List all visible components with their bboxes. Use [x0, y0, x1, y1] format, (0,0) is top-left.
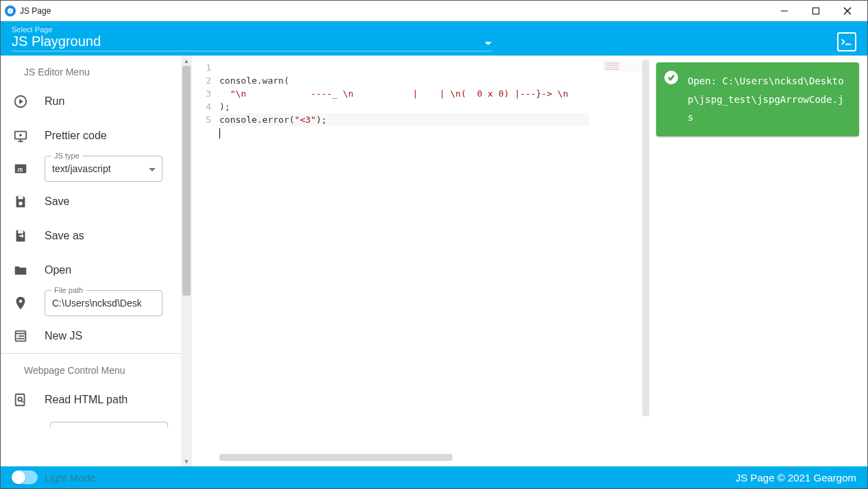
- check-icon: [664, 71, 678, 84]
- sidebar-item-label: Run: [45, 95, 64, 108]
- window-title: JS Page: [20, 6, 51, 16]
- js-icon: JS: [13, 161, 28, 176]
- statusbar: Light Mode JS Page © 2021 Geargom: [1, 466, 867, 488]
- pin-icon: [13, 296, 28, 311]
- sidebar: JS Editor Menu Run Prettier code JS JS t…: [1, 56, 181, 466]
- newfile-icon: [13, 329, 28, 344]
- text-cursor: [219, 128, 220, 139]
- svg-rect-17: [18, 230, 23, 234]
- theme-toggle[interactable]: [12, 470, 38, 484]
- line-number: 1: [192, 61, 211, 74]
- sidebar-item-label: Open: [45, 264, 71, 276]
- svg-point-12: [20, 134, 21, 136]
- line-number: 4: [192, 100, 211, 113]
- appbar: Select Page JS Playground: [1, 21, 867, 56]
- sidebar-section-webpage: Webpage Control Menu: [1, 354, 181, 383]
- line-gutter: 1 2 3 4 5: [192, 61, 219, 453]
- scroll-down-icon: ▼: [181, 456, 192, 466]
- svg-point-18: [19, 300, 23, 303]
- line-number: 2: [192, 74, 211, 87]
- line-number: 3: [192, 87, 211, 100]
- sidebar-item-prettier[interactable]: Prettier code: [1, 119, 181, 153]
- notifications-panel: Open: C:\Users\ncksd\Desktop\jspg_test\j…: [651, 56, 867, 466]
- svg-text:JS: JS: [17, 167, 23, 173]
- code-editor[interactable]: 1 2 3 4 5 console.warn( "\n ----_ \n | |…: [192, 56, 651, 466]
- jstype-label: JS type: [51, 152, 82, 160]
- app-icon: J: [5, 5, 16, 16]
- sidebar-item-save[interactable]: Save: [1, 184, 181, 219]
- svg-rect-23: [16, 394, 25, 406]
- maximize-button[interactable]: [800, 1, 832, 21]
- sidebar-item-readhtml[interactable]: Read HTML path: [1, 383, 181, 417]
- sidebar-item-label: Prettier code: [45, 130, 107, 142]
- scrollbar-thumb[interactable]: [219, 454, 453, 461]
- minimap[interactable]: [603, 61, 644, 71]
- save-icon: [13, 194, 28, 209]
- screen-icon: [13, 128, 28, 143]
- filepath-label: File path: [51, 286, 86, 294]
- select-page-label: Select Page: [12, 25, 492, 34]
- play-icon: [13, 94, 28, 109]
- editor-vscrollbar[interactable]: [641, 60, 651, 451]
- page-selector[interactable]: Select Page JS Playground: [12, 25, 492, 51]
- svg-point-16: [19, 202, 23, 206]
- copyright: JS Page © 2021 Geargom: [736, 472, 856, 484]
- scrollbar-thumb[interactable]: [642, 60, 649, 416]
- success-toast[interactable]: Open: C:\Users\ncksd\Desktop\jspg_test\j…: [656, 62, 859, 136]
- sidebar-item-open[interactable]: Open: [1, 253, 181, 287]
- scroll-up-icon: ▲: [181, 56, 192, 66]
- toast-message: Open: C:\Users\ncksd\Desktop\jspg_test\j…: [688, 75, 844, 123]
- line-number: 5: [192, 113, 211, 126]
- sidebar-item-label: Save as: [45, 230, 84, 242]
- saveas-icon: [13, 228, 28, 243]
- svg-marker-8: [19, 99, 23, 104]
- sidebar-item-label: New JS: [45, 330, 82, 342]
- sidebar-item-run[interactable]: Run: [1, 84, 181, 119]
- sidebar-item-label: Save: [45, 195, 69, 208]
- main-body: JS Editor Menu Run Prettier code JS JS t…: [1, 56, 867, 466]
- sidebar-item-label: Read HTML path: [45, 394, 128, 406]
- svg-rect-3: [813, 8, 819, 14]
- app-window: J JS Page Select Page JS Playground JS E…: [0, 0, 868, 489]
- chevron-down-icon: [149, 163, 156, 175]
- chevron-down-icon: [485, 34, 492, 49]
- close-button[interactable]: [832, 1, 863, 21]
- sidebar-scrollbar[interactable]: ▲ ▼: [181, 56, 192, 466]
- search-file-icon: [13, 392, 28, 407]
- sidebar-item-newjs[interactable]: New JS: [1, 319, 181, 353]
- sidebar-item-saveas[interactable]: Save as: [1, 219, 181, 253]
- minimize-button[interactable]: [769, 1, 800, 21]
- run-terminal-button[interactable]: [837, 32, 856, 51]
- code-content[interactable]: console.warn( "\n ----_ \n | | \n( 0 x 0…: [219, 61, 651, 453]
- page-title: JS Playground: [12, 34, 101, 49]
- titlebar: J JS Page: [1, 1, 867, 21]
- htmlpath-input-partial[interactable]: [50, 422, 168, 427]
- scrollbar-thumb[interactable]: [182, 66, 191, 296]
- svg-line-25: [21, 401, 23, 403]
- svg-rect-15: [18, 196, 23, 200]
- sidebar-section-editor: JS Editor Menu: [1, 56, 181, 84]
- editor-hscrollbar[interactable]: [219, 453, 644, 462]
- folder-icon: [13, 263, 28, 278]
- theme-label: Light Mode: [45, 472, 95, 484]
